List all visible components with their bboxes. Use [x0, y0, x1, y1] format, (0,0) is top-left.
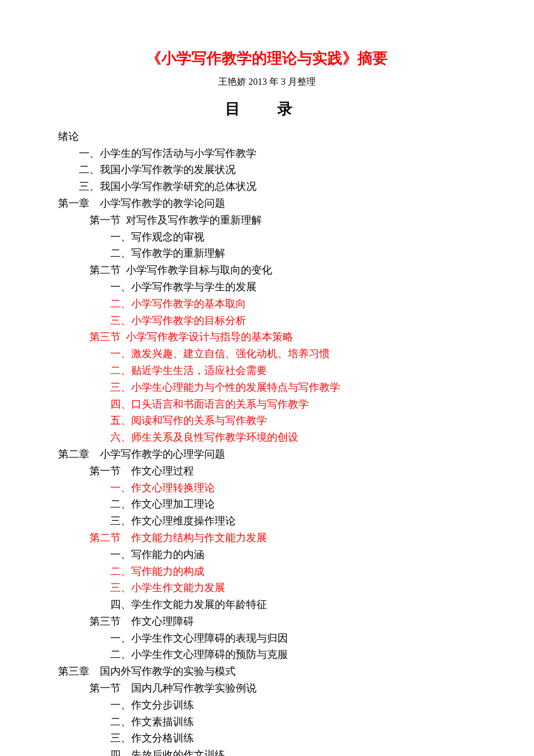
toc-line: 一、激发兴趣、建立自信、强化动机、培养习惯: [58, 345, 476, 362]
toc-line: 一、小学生的写作活动与小学写作教学: [58, 145, 476, 162]
toc-line: 六、师生关系及良性写作教学环境的创设: [58, 429, 476, 446]
toc-line: 二、写作能力的构成: [58, 563, 476, 580]
document-title: 《小学写作教学的理论与实践》摘要: [58, 46, 476, 71]
toc-container: 绪论一、小学生的写作活动与小学写作教学二、我国小学写作教学的发展状况三、我国小学…: [58, 128, 476, 756]
toc-line: 三、小学写作教学的目标分析: [58, 312, 476, 329]
toc-line: 第二章 小学写作教学的心理学问题: [58, 446, 476, 463]
toc-line: 第一节 对写作及写作教学的重新理解: [58, 212, 476, 229]
toc-line: 三、小学生心理能力与个性的发展特点与写作教学: [58, 379, 476, 396]
toc-heading: 目 录: [58, 97, 476, 121]
toc-line: 第二节 小学写作教学目标与取向的变化: [58, 262, 476, 279]
toc-line: 二、贴近学生生活，适应社会需要: [58, 362, 476, 379]
toc-line: 第一节 作文心理过程: [58, 463, 476, 480]
toc-line: 四、口头语言和书面语言的关系与写作教学: [58, 396, 476, 413]
toc-line: 第三节 作文心理障碍: [58, 613, 476, 630]
document-subtitle: 王艳娇 2013 年 3 月整理: [58, 74, 476, 89]
toc-line: 第一节 国内几种写作教学实验例说: [58, 680, 476, 697]
toc-line: 第三章 国内外写作教学的实验与模式: [58, 663, 476, 680]
toc-line: 三、作文心理维度操作理论: [58, 513, 476, 530]
toc-line: 一、写作观念的审视: [58, 229, 476, 246]
toc-line: 五、阅读和写作的关系与写作教学: [58, 412, 476, 429]
toc-line: 第三节 小学写作教学设计与指导的基本策略: [58, 329, 476, 345]
toc-line: 绪论: [58, 128, 476, 145]
toc-line: 一、小学生作文心理障碍的表现与归因: [58, 630, 476, 647]
toc-line: 三、我国小学写作教学研究的总体状况: [58, 178, 476, 195]
toc-line: 一、作文心理转换理论: [58, 480, 476, 496]
toc-line: 二、小学写作教学的基本取向: [58, 296, 476, 312]
toc-line: 四、学生作文能力发展的年龄特征: [58, 596, 476, 613]
toc-line: 一、作文分步训练: [58, 697, 476, 714]
toc-line: 四、先放后收的作文训练: [58, 747, 476, 756]
toc-line: 第一章 小学写作教学的教学论问题: [58, 195, 476, 212]
toc-line: 第二节 作文能力结构与作文能力发展: [58, 530, 476, 546]
toc-line: 三、作文分格训练: [58, 730, 476, 747]
toc-line: 二、我国小学写作教学的发展状况: [58, 161, 476, 178]
toc-line: 一、小学写作教学与学生的发展: [58, 279, 476, 296]
toc-line: 二、作文心理加工理论: [58, 496, 476, 513]
toc-line: 二、写作教学的重新理解: [58, 245, 476, 262]
toc-line: 三、小学生作文能力发展: [58, 579, 476, 596]
toc-line: 一、写作能力的内涵: [58, 546, 476, 563]
toc-line: 二、小学生作文心理障碍的预防与克服: [58, 646, 476, 663]
toc-line: 二、作文素描训练: [58, 714, 476, 730]
